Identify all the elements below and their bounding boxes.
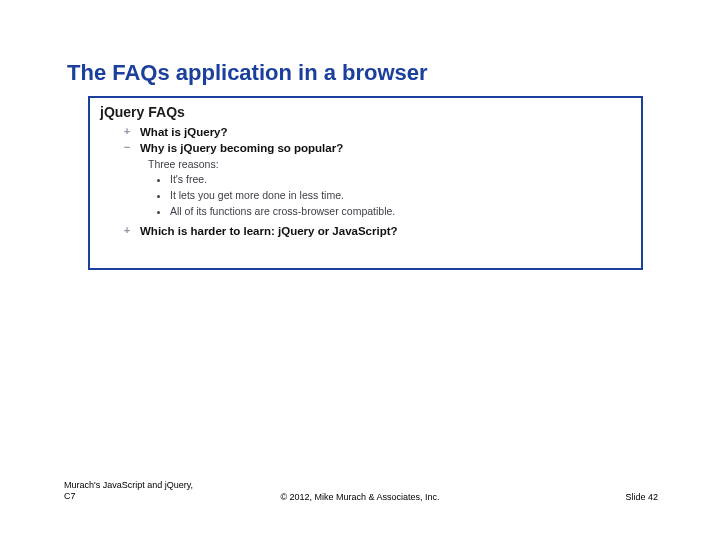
slide-title: The FAQs application in a browser (67, 60, 428, 86)
faq-question: Why is jQuery becoming so popular? (140, 142, 343, 154)
list-item: It's free. (170, 172, 631, 188)
faq-question: Which is harder to learn: jQuery or Java… (140, 225, 398, 237)
footer-copyright: © 2012, Mike Murach & Associates, Inc. (0, 492, 720, 502)
faq-answer: Three reasons: It's free. It lets you ge… (100, 158, 631, 219)
answer-list: It's free. It lets you get more done in … (148, 172, 631, 219)
faq-item[interactable]: + Which is harder to learn: jQuery or Ja… (100, 225, 631, 237)
app-heading: jQuery FAQs (100, 104, 631, 120)
faq-item[interactable]: − Why is jQuery becoming so popular? (100, 142, 631, 154)
list-item: All of its functions are cross-browser c… (170, 204, 631, 220)
plus-icon: + (122, 127, 132, 137)
slide: The FAQs application in a browser jQuery… (0, 0, 720, 540)
answer-lead: Three reasons: (148, 158, 631, 170)
minus-icon: − (122, 143, 132, 153)
book-title: Murach's JavaScript and jQuery, (64, 480, 193, 490)
list-item: It lets you get more done in less time. (170, 188, 631, 204)
plus-icon: + (122, 226, 132, 236)
faq-question: What is jQuery? (140, 126, 228, 138)
slide-number: Slide 42 (625, 492, 658, 502)
browser-frame: jQuery FAQs + What is jQuery? − Why is j… (88, 96, 643, 270)
faq-item[interactable]: + What is jQuery? (100, 126, 631, 138)
